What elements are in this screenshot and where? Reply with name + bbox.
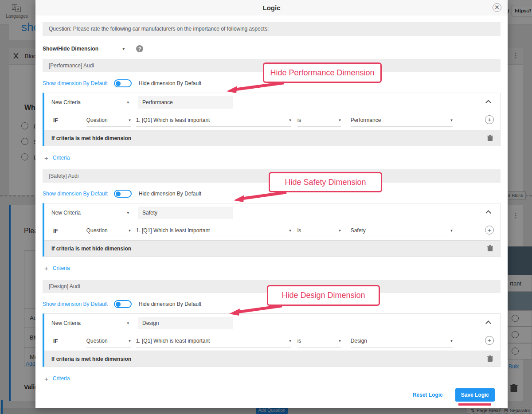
question-context-bar: Question: Please rate the following car … [43, 22, 501, 36]
criteria-label-input[interactable] [138, 207, 233, 219]
condition-operator-select[interactable]: is ▾ [297, 227, 341, 237]
chevron-up-icon[interactable] [485, 100, 491, 105]
save-logic-button[interactable]: Save Logic [455, 388, 495, 402]
plus-icon: + [44, 375, 48, 383]
condition-value-select[interactable]: Design ▾ [351, 338, 453, 348]
logic-type-select[interactable]: Show/Hide Dimension ▾ [43, 46, 125, 52]
annotation-hide-performance: Hide Performance Dimension [263, 62, 382, 83]
chevron-down-icon: ▾ [450, 118, 453, 122]
if-label: IF [53, 228, 58, 237]
condition-operator-value: is [297, 227, 301, 234]
condition-question-select[interactable]: 1. [Q1] Which is least important ▾ [136, 338, 291, 348]
criteria-name-select[interactable]: New Criteria ▾ [51, 210, 129, 216]
condition-value: Safety [351, 227, 366, 234]
chevron-down-icon: ▾ [127, 211, 129, 215]
criteria-condition-row: IF Question ▾ 1. [Q1] Which is least imp… [44, 111, 500, 127]
add-condition-icon[interactable]: + [485, 115, 494, 124]
criteria-action-bar: If criteria is met hide dimension [44, 240, 500, 256]
condition-operator-value: is [297, 117, 301, 123]
logic-type-row: Show/Hide Dimension ▾ ? [43, 43, 501, 55]
criteria-name-value: New Criteria [51, 210, 81, 216]
add-criteria-row: + Criteria [43, 375, 501, 382]
add-condition-icon[interactable]: + [485, 226, 494, 234]
dimension-default-toggle[interactable] [114, 190, 132, 198]
criteria-name-value: New Criteria [51, 99, 81, 105]
add-condition-icon[interactable]: + [485, 336, 494, 345]
chevron-up-icon[interactable] [485, 320, 491, 326]
chevron-down-icon: ▾ [127, 100, 129, 105]
close-icon[interactable]: ✕ [493, 3, 501, 12]
chevron-down-icon: ▾ [127, 321, 129, 325]
reset-logic-link[interactable]: Reset Logic [413, 392, 443, 398]
add-criteria-link[interactable]: Criteria [53, 375, 70, 382]
delete-criteria-trash-icon[interactable] [487, 135, 493, 141]
delete-criteria-trash-icon[interactable] [487, 245, 493, 252]
annotation-hide-design: Hide Design Dimension [267, 285, 380, 306]
toggle-knob [116, 191, 121, 196]
condition-question-value: 1. [Q1] Which is least important [136, 227, 210, 234]
chevron-down-icon: ▾ [129, 228, 131, 233]
condition-question-select[interactable]: 1. [Q1] Which is least important ▾ [136, 117, 291, 127]
show-dimension-label[interactable]: Show dimension By Default [43, 191, 108, 197]
annotation-hide-safety: Hide Safety Dimension [269, 172, 382, 192]
show-dimension-label[interactable]: Show dimension By Default [43, 80, 108, 86]
criteria-card-safety: New Criteria ▾ IF Question ▾ 1. [Q1] Whi… [43, 203, 501, 257]
help-icon[interactable]: ? [136, 45, 143, 52]
condition-subject-select[interactable]: Question ▾ [86, 338, 131, 348]
plus-icon: + [44, 154, 48, 162]
dimension-default-toggle[interactable] [114, 300, 132, 308]
annotation-arrow-performance [225, 81, 287, 93]
condition-subject-select[interactable]: Question ▾ [86, 117, 131, 127]
condition-value-select[interactable]: Safety ▾ [351, 227, 453, 237]
plus-icon: + [44, 265, 48, 272]
condition-value: Design [351, 338, 367, 344]
chevron-down-icon: ▾ [339, 339, 341, 343]
condition-subject-value: Question [86, 338, 108, 344]
annotation-arrow-safety [232, 190, 290, 202]
chevron-down-icon: ▾ [450, 228, 453, 233]
condition-subject-value: Question [86, 117, 108, 123]
criteria-card-design: New Criteria ▾ IF Question ▾ 1. [Q1] Whi… [43, 313, 501, 367]
condition-question-value: 1. [Q1] Which is least important [136, 117, 210, 123]
criteria-name-select[interactable]: New Criteria ▾ [51, 99, 129, 105]
logic-modal: Logic ✕ Question: Please rate the follow… [35, 0, 508, 408]
criteria-action-bar: If criteria is met hide dimension [44, 351, 500, 367]
add-criteria-link[interactable]: Criteria [53, 155, 70, 161]
save-logic-wrap: Save Logic [455, 388, 495, 406]
delete-criteria-trash-icon[interactable] [487, 355, 493, 362]
add-criteria-link[interactable]: Criteria [53, 265, 70, 271]
chevron-down-icon: ▾ [129, 118, 131, 122]
criteria-action-text: If criteria is met hide dimension [51, 356, 131, 362]
criteria-condition-row: IF Question ▾ 1. [Q1] Which is least imp… [44, 221, 500, 237]
criteria-label-input[interactable] [138, 96, 233, 109]
hide-dimension-label: Hide dimension By Default [139, 191, 201, 197]
chevron-up-icon[interactable] [485, 210, 491, 216]
condition-value-select[interactable]: Performance ▾ [351, 117, 453, 127]
chevron-down-icon: ▾ [339, 228, 341, 233]
show-dimension-label[interactable]: Show dimension By Default [43, 301, 108, 307]
logic-type-value: Show/Hide Dimension [43, 46, 98, 52]
criteria-name-select[interactable]: New Criteria ▾ [51, 320, 129, 326]
criteria-action-text: If criteria is met hide dimension [51, 246, 131, 252]
criteria-card-row-1: New Criteria ▾ [44, 93, 500, 111]
criteria-card-row-1: New Criteria ▾ [44, 314, 500, 332]
condition-subject-select[interactable]: Question ▾ [86, 227, 131, 237]
annotation-underline [458, 403, 491, 406]
criteria-label-input[interactable] [138, 317, 233, 329]
hide-dimension-label: Hide dimension By Default [139, 301, 201, 307]
condition-operator-select[interactable]: is ▾ [297, 338, 341, 348]
annotation-arrow-design [228, 304, 286, 316]
chevron-down-icon: ▾ [450, 339, 453, 343]
criteria-action-bar: If criteria is met hide dimension [44, 130, 500, 146]
chevron-down-icon: ▾ [289, 339, 291, 343]
chevron-down-icon: ▾ [339, 118, 341, 122]
toggle-knob [116, 302, 121, 307]
hide-dimension-label: Hide dimension By Default [139, 80, 201, 86]
modal-footer: Reset Logic Save Logic [43, 388, 501, 406]
condition-operator-select[interactable]: is ▾ [297, 117, 341, 127]
condition-subject-value: Question [86, 227, 108, 234]
condition-question-select[interactable]: 1. [Q1] Which is least important ▾ [136, 227, 291, 237]
dimension-default-toggle[interactable] [114, 79, 132, 87]
modal-header: Logic ✕ [35, 0, 508, 16]
chevron-down-icon: ▾ [122, 47, 125, 51]
